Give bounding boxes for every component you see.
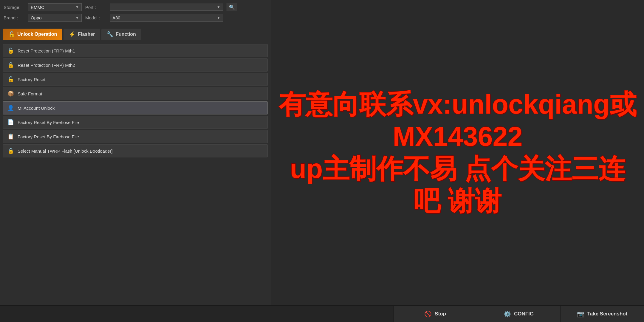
model-dropdown[interactable]: A30 ▼	[110, 14, 223, 22]
overlay-text: 有意向联系vx:unlockqiang或 MX143622 up主制作不易 点个…	[271, 0, 644, 305]
function-tab-icon: 🔧	[107, 31, 113, 38]
port-label: Port :	[85, 5, 106, 10]
config-label: CONFIG	[514, 311, 534, 317]
op-icon-twrp: 🔒	[7, 148, 15, 154]
op-label-firehose2: Factory Reset By Firehose File	[18, 134, 79, 139]
model-arrow-icon: ▼	[217, 16, 220, 20]
op-label-mi: MI Account Unlock	[18, 106, 55, 111]
op-label-safe: Safe Format	[18, 91, 42, 96]
storage-dropdown[interactable]: EMMC ▼	[28, 3, 82, 11]
search-button[interactable]: 🔍	[227, 3, 237, 11]
bottom-bar: 🚫 Stop ⚙️ CONFIG 📷 Take Screenshot	[0, 305, 644, 322]
storage-row: Storage: EMMC ▼ Port : ▼ 🔍	[4, 3, 267, 11]
op-icon-mi: 👤	[7, 105, 15, 111]
op-label-frp2: Reset Protection (FRP) Mth2	[18, 63, 75, 68]
right-panel: 有意向联系vx:unlockqiang或 MX143622 up主制作不易 点个…	[271, 0, 644, 322]
bottom-input-area	[0, 306, 394, 322]
op-item-firehose1[interactable]: 📄 Factory Reset By Firehose File	[3, 116, 268, 129]
brand-label: Brand :	[4, 15, 24, 20]
overlay-line3: up主制作不易 点个关注三连	[279, 153, 637, 185]
stop-label: Stop	[435, 311, 446, 317]
top-controls: Storage: EMMC ▼ Port : ▼ 🔍 Brand : Oppo …	[0, 0, 271, 25]
op-item-frp1[interactable]: 🔓 Reset Protection (FRP) Mth1	[3, 44, 268, 57]
op-icon-factory: 🔓	[7, 76, 15, 83]
op-item-safe-format[interactable]: 📦 Safe Format	[3, 87, 268, 100]
screenshot-button[interactable]: 📷 Take Screenshot	[561, 306, 644, 322]
op-icon-safe: 📦	[7, 90, 15, 97]
unlock-tab-icon: 🔓	[8, 31, 15, 38]
brand-row: Brand : Oppo ▼ Model : A30 ▼	[4, 14, 267, 22]
op-item-mi-account[interactable]: 👤 MI Account Unlock	[3, 101, 268, 114]
main-container: Storage: EMMC ▼ Port : ▼ 🔍 Brand : Oppo …	[0, 0, 644, 322]
op-icon-frp2: 🔒	[7, 62, 15, 68]
op-icon-firehose2: 📋	[7, 133, 15, 140]
storage-value: EMMC	[31, 5, 44, 10]
op-item-firehose2[interactable]: 📋 Factory Reset By Firehose File	[3, 130, 268, 143]
storage-label: Storage:	[4, 5, 24, 10]
op-item-factory-reset[interactable]: 🔓 Factory Reset	[3, 73, 268, 86]
model-value: A30	[112, 15, 120, 20]
op-item-twrp[interactable]: 🔒 Select Manual TWRP Flash [Unlock Bootl…	[3, 144, 268, 157]
op-label-factory: Factory Reset	[18, 77, 45, 82]
config-button[interactable]: ⚙️ CONFIG	[477, 306, 561, 322]
overlay-line2: MX143622	[279, 120, 637, 153]
op-label-frp1: Reset Protection (FRP) Mth1	[18, 48, 75, 53]
brand-value: Oppo	[31, 15, 42, 20]
brand-dropdown[interactable]: Oppo ▼	[28, 14, 82, 22]
operations-list: 🔓 Reset Protection (FRP) Mth1 🔒 Reset Pr…	[3, 44, 268, 157]
tab-flasher[interactable]: ⚡ Flasher	[64, 29, 100, 40]
tab-unlock-label: Unlock Operation	[17, 32, 57, 37]
tab-unlock-operation[interactable]: 🔓 Unlock Operation	[3, 29, 62, 40]
left-panel: Storage: EMMC ▼ Port : ▼ 🔍 Brand : Oppo …	[0, 0, 271, 322]
op-label-twrp: Select Manual TWRP Flash [Unlock Bootloa…	[18, 148, 113, 154]
tab-bar: 🔓 Unlock Operation ⚡ Flasher 🔧 Function	[0, 25, 271, 40]
model-label: Model :	[85, 15, 106, 20]
tab-flasher-label: Flasher	[78, 32, 95, 37]
brand-arrow-icon: ▼	[75, 16, 79, 20]
storage-arrow-icon: ▼	[75, 5, 79, 9]
overlay-content: 有意向联系vx:unlockqiang或 MX143622 up主制作不易 点个…	[273, 82, 643, 223]
port-arrow-icon: ▼	[217, 5, 220, 9]
overlay-line1: 有意向联系vx:unlockqiang或	[279, 88, 637, 120]
flasher-tab-icon: ⚡	[69, 31, 75, 38]
operations-area: 🔓 Reset Protection (FRP) Mth1 🔒 Reset Pr…	[0, 40, 271, 322]
tab-function-label: Function	[116, 32, 136, 37]
op-icon-firehose1: 📄	[7, 119, 15, 126]
op-label-firehose1: Factory Reset By Firehose File	[18, 120, 79, 125]
port-dropdown[interactable]: ▼	[110, 4, 223, 11]
op-icon-frp1: 🔓	[7, 47, 15, 54]
stop-icon: 🚫	[424, 310, 432, 318]
stop-button[interactable]: 🚫 Stop	[394, 306, 477, 322]
screenshot-label: Take Screenshot	[587, 311, 628, 317]
screenshot-icon: 📷	[577, 310, 584, 318]
config-icon: ⚙️	[504, 310, 511, 318]
tab-function[interactable]: 🔧 Function	[101, 29, 141, 40]
op-item-frp2[interactable]: 🔒 Reset Protection (FRP) Mth2	[3, 58, 268, 72]
overlay-line4: 吧 谢谢	[279, 185, 637, 217]
